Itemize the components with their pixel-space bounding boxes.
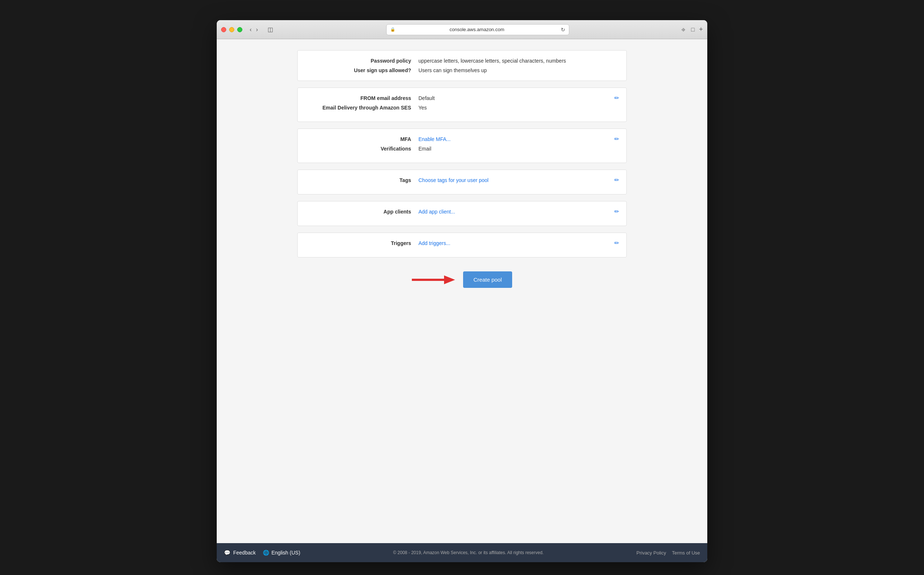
app-clients-row: App clients Add app client... [309,209,615,214]
from-email-value: Default [418,95,615,101]
tags-edit-icon[interactable]: ✏ [614,176,619,183]
mfa-card: MFA Enable MFA... Verifications Email ✏ [297,129,627,163]
triggers-card: Triggers Add triggers... ✏ [297,233,627,257]
back-button[interactable]: ‹ [248,25,253,34]
user-signups-label: User sign ups allowed? [309,67,418,73]
new-tab-button[interactable]: □ [690,25,696,34]
password-policy-value: uppercase letters, lowercase letters, sp… [418,58,615,64]
create-pool-area: Create pool [297,264,627,295]
app-clients-card: App clients Add app client... ✏ [297,201,627,226]
content-area: Password policy uppercase letters, lower… [217,39,707,543]
triggers-value[interactable]: Add triggers... [418,240,615,246]
close-button[interactable] [221,27,226,32]
address-bar[interactable]: 🔒 console.aws.amazon.com ↻ [386,24,569,35]
app-clients-edit-icon[interactable]: ✏ [614,208,619,215]
red-arrow-icon [412,273,456,287]
triggers-row: Triggers Add triggers... [309,240,615,246]
ses-label: Email Delivery through Amazon SES [309,105,418,111]
language-label: English (US) [271,550,300,556]
password-policy-card: Password policy uppercase letters, lower… [297,50,627,81]
copyright-text: © 2008 - 2019, Amazon Web Services, Inc.… [393,550,544,555]
toolbar-right: ⎆ □ [680,25,696,34]
url-text: console.aws.amazon.com [398,27,556,32]
sidebar-toggle-button[interactable]: ◫ [265,25,275,34]
minimize-button[interactable] [229,27,234,32]
bottom-spacer [297,302,627,316]
nav-buttons: ‹ › [248,25,260,34]
feedback-label: Feedback [233,550,255,556]
svg-marker-1 [444,275,455,284]
verifications-row: Verifications Email [309,146,615,152]
mfa-edit-icon[interactable]: ✏ [614,135,619,143]
feedback-button[interactable]: 💬 Feedback [224,550,255,556]
forward-button[interactable]: › [254,25,259,34]
footer-right: Privacy Policy Terms of Use [637,550,701,556]
globe-icon: 🌐 [263,550,269,556]
language-selector[interactable]: 🌐 English (US) [263,550,300,556]
email-card: FROM email address Default Email Deliver… [297,87,627,122]
mfa-value[interactable]: Enable MFA... [418,136,615,142]
from-email-label: FROM email address [309,95,418,101]
from-email-row: FROM email address Default [309,95,615,101]
password-policy-label: Password policy [309,58,418,64]
triggers-label: Triggers [309,240,418,246]
maximize-button[interactable] [237,27,242,32]
ses-value: Yes [418,105,615,111]
app-clients-label: App clients [309,209,418,214]
verifications-value: Email [418,146,615,152]
traffic-lights [221,27,242,32]
mfa-row: MFA Enable MFA... [309,136,615,142]
privacy-policy-link[interactable]: Privacy Policy [637,550,666,556]
triggers-edit-icon[interactable]: ✏ [614,240,619,246]
add-tab-icon[interactable]: + [699,25,703,33]
mfa-label: MFA [309,136,418,142]
footer-copyright: © 2008 - 2019, Amazon Web Services, Inc.… [300,550,636,555]
lock-icon: 🔒 [390,27,395,32]
terms-of-use-link[interactable]: Terms of Use [672,550,700,556]
create-pool-button[interactable]: Create pool [463,272,512,288]
share-button[interactable]: ⎆ [680,25,687,34]
tags-value[interactable]: Choose tags for your user pool [418,177,615,183]
user-signups-row: User sign ups allowed? Users can sign th… [309,67,615,73]
footer-left: 💬 Feedback 🌐 English (US) [224,550,300,556]
user-signups-value: Users can sign themselves up [418,67,615,73]
footer: 💬 Feedback 🌐 English (US) © 2008 - 2019,… [217,543,707,562]
feedback-icon: 💬 [224,550,230,556]
ses-row: Email Delivery through Amazon SES Yes [309,105,615,111]
center-panel: Password policy uppercase letters, lower… [297,50,627,316]
tags-card: Tags Choose tags for your user pool ✏ [297,170,627,194]
arrow-container [412,273,456,287]
password-policy-row: Password policy uppercase letters, lower… [309,58,615,64]
browser-window: ‹ › ◫ 🔒 console.aws.amazon.com ↻ ⎆ □ + P… [217,20,707,562]
email-edit-icon[interactable]: ✏ [614,94,619,102]
reload-button[interactable]: ↻ [561,27,565,33]
tags-label: Tags [309,177,418,183]
tags-row: Tags Choose tags for your user pool [309,177,615,183]
verifications-label: Verifications [309,146,418,152]
app-clients-value[interactable]: Add app client... [418,209,615,214]
title-bar: ‹ › ◫ 🔒 console.aws.amazon.com ↻ ⎆ □ + [217,20,707,39]
